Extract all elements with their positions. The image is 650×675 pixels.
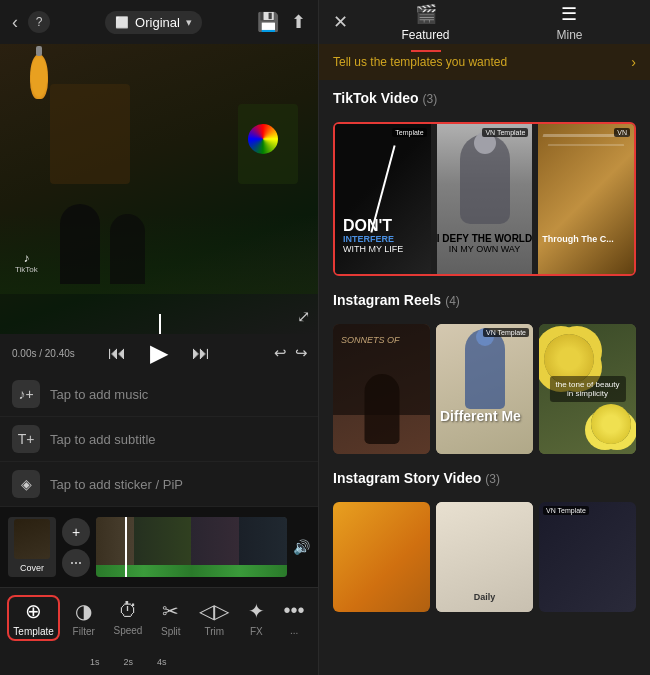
top-bar-right: 💾 ⬆ — [257, 11, 306, 33]
tiktok-logo: ♪ TikTok — [15, 251, 38, 274]
story-title: Instagram Story Video — [333, 470, 481, 486]
person-silhouette — [110, 214, 145, 284]
tiktok-title: TikTok Video — [333, 90, 419, 106]
template-badge-2: VN Template — [482, 128, 528, 137]
skip-back-button[interactable]: ⏮ — [108, 343, 126, 364]
add-sticker-row[interactable]: ◈ Tap to add sticker / PiP — [0, 462, 318, 507]
toolbar-fx[interactable]: ✦ FX — [242, 595, 271, 641]
toolbar-speed[interactable]: ⏱ Speed — [107, 595, 148, 640]
help-icon[interactable]: ? — [28, 11, 50, 33]
add-subtitle-row[interactable]: T+ Tap to add subtitle — [0, 417, 318, 462]
featured-icon: 🎬 — [415, 3, 437, 25]
undo-button[interactable]: ↩ — [274, 344, 287, 362]
reels-section: Instagram Reels (4) SONNETS OF — [333, 292, 636, 454]
more-icon: ••• — [284, 599, 305, 622]
story-grid: Daily VN Template — [333, 502, 636, 612]
reels-overlay-text: the tone of beautyin simplicity — [549, 376, 625, 402]
reels-grid: SONNETS OF Different Me VN Template — [333, 324, 636, 454]
bottom-toolbar: ⊕ Template ◑ Filter ⏱ Speed ✂ Split ◁▷ T… — [0, 587, 318, 647]
mine-icon: ☰ — [561, 3, 577, 25]
fx-label: FX — [250, 626, 263, 637]
add-track-button[interactable]: + — [62, 518, 90, 546]
toolbar-filter[interactable]: ◑ Filter — [67, 595, 101, 641]
tiktok-card-3[interactable]: Through The C... VN — [538, 124, 634, 274]
right-tabs: 🎬 Featured ☰ Mine — [348, 0, 636, 46]
skip-forward-button[interactable]: ⏭ — [192, 343, 210, 364]
close-button[interactable]: ✕ — [333, 11, 348, 33]
story-card-2[interactable]: Daily — [436, 502, 533, 612]
merge-button[interactable]: ⋯ — [62, 549, 90, 577]
story-card-1[interactable] — [333, 502, 430, 612]
template-banner[interactable]: Tell us the templates you wanted › — [319, 44, 650, 80]
story-card-2-text: Daily — [474, 592, 496, 602]
cover-thumbnail[interactable]: Cover — [8, 517, 56, 577]
own-way-text: IN MY OWN WAY — [437, 244, 533, 254]
add-sticker-label: Tap to add sticker / PiP — [50, 477, 183, 492]
cover-label: Cover — [20, 563, 44, 573]
story-section-header: Instagram Story Video (3) — [333, 470, 636, 494]
reels-card-1[interactable]: SONNETS OF — [333, 324, 430, 454]
reels-count: (4) — [445, 294, 460, 308]
right-header: ✕ 🎬 Featured ☰ Mine — [319, 0, 650, 44]
tiktok-card-2[interactable]: I DEFY THE WORLD IN MY OWN WAY VN Templa… — [437, 124, 533, 274]
playback-controls: 0.00s / 20.40s ⏮ ▶ ⏭ ↩ ↪ — [0, 334, 318, 372]
trim-icon: ◁▷ — [199, 599, 229, 623]
scene-element — [50, 84, 130, 184]
story-card-bg-3 — [539, 502, 636, 612]
toolbar-template[interactable]: ⊕ Template — [7, 595, 60, 641]
video-background: ♪ TikTok — [0, 44, 318, 334]
template-label: Template — [13, 626, 54, 637]
back-icon[interactable]: ‹ — [12, 12, 18, 33]
split-label: Split — [161, 626, 180, 637]
story-card-3[interactable]: VN Template — [539, 502, 636, 612]
reels-section-header: Instagram Reels (4) — [333, 292, 636, 316]
timeline-area: Cover + ⋯ 1s2s4s 🔊 — [0, 507, 318, 587]
top-bar: ‹ ? ⬜ Original ▾ 💾 ⬆ — [0, 0, 318, 44]
mine-label: Mine — [556, 28, 582, 42]
tiktok-card-1[interactable]: DON'T INTERFERE WITH MY LIFE Template — [335, 124, 431, 274]
featured-label: Featured — [401, 28, 449, 42]
tab-mine[interactable]: ☰ Mine — [536, 0, 602, 46]
original-selector[interactable]: ⬜ Original ▾ — [105, 11, 202, 34]
controls-row: ⏮ ▶ ⏭ — [10, 339, 308, 367]
music-icon: ♪+ — [12, 380, 40, 408]
reels-card-2[interactable]: Different Me VN Template — [436, 324, 533, 454]
volume-icon[interactable]: 🔊 — [293, 539, 310, 555]
tiktok-section: TikTok Video (3) DON'T INTERFERE WITH MY… — [333, 90, 636, 276]
lantern-decoration — [30, 54, 48, 99]
toolbar-split[interactable]: ✂ Split — [155, 595, 186, 641]
play-button[interactable]: ▶ — [150, 339, 168, 367]
tab-featured[interactable]: 🎬 Featured — [381, 0, 469, 46]
person-silhouette — [60, 204, 100, 284]
reels-title: Instagram Reels — [333, 292, 441, 308]
fx-icon: ✦ — [248, 599, 265, 623]
tiktok-section-header: TikTok Video (3) — [333, 90, 636, 114]
video-preview: ♪ TikTok ⤢ — [0, 44, 318, 334]
road-line-2 — [548, 144, 624, 146]
toolbar-trim[interactable]: ◁▷ Trim — [193, 595, 235, 641]
more-label: ... — [290, 625, 298, 636]
card-1-text: DON'T INTERFERE WITH MY LIFE — [343, 218, 427, 254]
volume-control: 🔊 — [293, 539, 310, 555]
card-2-text: I DEFY THE WORLD IN MY OWN WAY — [437, 233, 533, 254]
tiktok-grid: DON'T INTERFERE WITH MY LIFE Template I … — [333, 122, 636, 276]
save-icon[interactable]: 💾 — [257, 11, 279, 33]
toolbar-more[interactable]: ••• ... — [278, 595, 311, 640]
share-icon[interactable]: ⬆ — [291, 11, 306, 33]
left-panel: ‹ ? ⬜ Original ▾ 💾 ⬆ ♪ TikTok — [0, 0, 318, 675]
color-decoration — [248, 124, 278, 154]
redo-button[interactable]: ↪ — [295, 344, 308, 362]
filter-icon: ◑ — [75, 599, 92, 623]
timeline-strip[interactable] — [96, 517, 287, 577]
scene-ground — [0, 214, 318, 294]
tiktok-count: (3) — [423, 92, 438, 106]
interfere-text: INTERFERE — [343, 234, 427, 244]
expand-button[interactable]: ⤢ — [297, 307, 310, 326]
reels-card-3[interactable]: the tone of beautyin simplicity — [539, 324, 636, 454]
template-icon: ⊕ — [25, 599, 42, 623]
template-scroll[interactable]: TikTok Video (3) DON'T INTERFERE WITH MY… — [319, 80, 650, 675]
banner-arrow: › — [631, 54, 636, 70]
add-music-row[interactable]: ♪+ Tap to add music — [0, 372, 318, 417]
reels-person — [364, 374, 399, 444]
split-icon: ✂ — [162, 599, 179, 623]
